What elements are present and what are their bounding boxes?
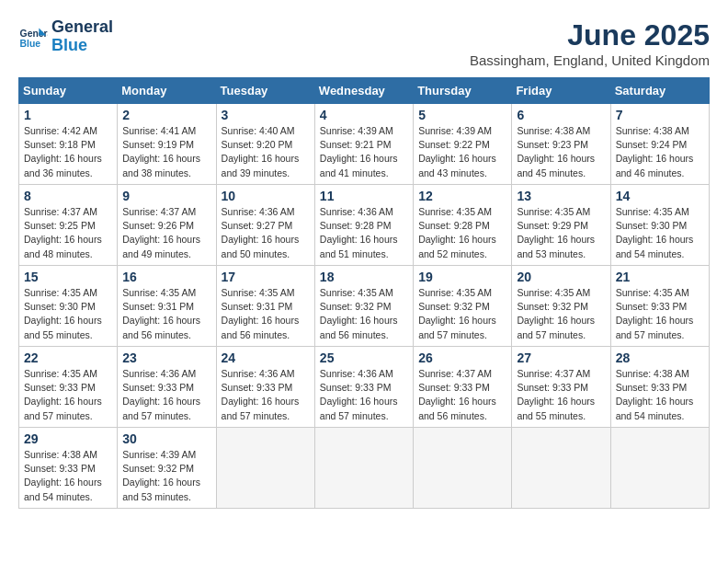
- location: Bassingham, England, United Kingdom: [470, 52, 710, 68]
- calendar-cell: 9Sunrise: 4:37 AMSunset: 9:26 PMDaylight…: [118, 185, 216, 266]
- calendar-cell: 18Sunrise: 4:35 AMSunset: 9:32 PMDayligh…: [314, 266, 413, 347]
- day-info: Sunrise: 4:40 AMSunset: 9:20 PMDaylight:…: [222, 124, 310, 180]
- calendar-cell: [414, 428, 512, 509]
- logo-icon: General Blue: [18, 22, 48, 52]
- day-info: Sunrise: 4:35 AMSunset: 9:30 PMDaylight:…: [24, 286, 112, 342]
- calendar-cell: 25Sunrise: 4:36 AMSunset: 9:33 PMDayligh…: [314, 347, 413, 428]
- day-number: 30: [122, 431, 210, 446]
- svg-text:Blue: Blue: [20, 39, 41, 49]
- week-row-2: 8Sunrise: 4:37 AMSunset: 9:25 PMDaylight…: [19, 185, 710, 266]
- calendar-cell: 22Sunrise: 4:35 AMSunset: 9:33 PMDayligh…: [19, 347, 118, 428]
- calendar-cell: 24Sunrise: 4:36 AMSunset: 9:33 PMDayligh…: [216, 347, 314, 428]
- day-number: 1: [24, 108, 112, 122]
- calendar-cell: 2Sunrise: 4:41 AMSunset: 9:19 PMDaylight…: [118, 104, 216, 185]
- day-info: Sunrise: 4:37 AMSunset: 9:33 PMDaylight:…: [517, 367, 605, 423]
- day-info: Sunrise: 4:35 AMSunset: 9:28 PMDaylight:…: [418, 205, 506, 261]
- calendar-cell: 7Sunrise: 4:38 AMSunset: 9:24 PMDaylight…: [610, 104, 709, 185]
- week-row-5: 29Sunrise: 4:38 AMSunset: 9:33 PMDayligh…: [19, 428, 710, 509]
- day-number: 17: [222, 270, 310, 284]
- day-info: Sunrise: 4:41 AMSunset: 9:19 PMDaylight:…: [122, 124, 210, 180]
- day-number: 29: [24, 431, 112, 446]
- day-info: Sunrise: 4:35 AMSunset: 9:33 PMDaylight:…: [616, 286, 704, 342]
- day-info: Sunrise: 4:39 AMSunset: 9:22 PMDaylight:…: [418, 124, 506, 180]
- calendar-cell: 16Sunrise: 4:35 AMSunset: 9:31 PMDayligh…: [118, 266, 216, 347]
- page-header: General Blue GeneralBlue June 2025 Bassi…: [18, 18, 710, 68]
- calendar-cell: 28Sunrise: 4:38 AMSunset: 9:33 PMDayligh…: [610, 347, 709, 428]
- day-info: Sunrise: 4:35 AMSunset: 9:32 PMDaylight:…: [517, 286, 605, 342]
- day-number: 2: [122, 108, 210, 122]
- calendar-table: SundayMondayTuesdayWednesdayThursdayFrid…: [18, 77, 710, 509]
- weekday-header-sunday: Sunday: [19, 78, 118, 104]
- day-number: 19: [418, 270, 506, 284]
- calendar-cell: 1Sunrise: 4:42 AMSunset: 9:18 PMDaylight…: [19, 104, 118, 185]
- month-title: June 2025: [470, 18, 710, 52]
- day-info: Sunrise: 4:37 AMSunset: 9:26 PMDaylight:…: [122, 205, 210, 261]
- day-number: 8: [24, 189, 112, 203]
- day-number: 16: [122, 270, 210, 284]
- calendar-cell: 13Sunrise: 4:35 AMSunset: 9:29 PMDayligh…: [512, 185, 610, 266]
- day-number: 21: [616, 270, 704, 284]
- day-number: 23: [122, 350, 210, 365]
- day-info: Sunrise: 4:38 AMSunset: 9:24 PMDaylight:…: [616, 124, 704, 180]
- weekday-header-friday: Friday: [512, 78, 610, 104]
- day-number: 24: [222, 350, 310, 365]
- calendar-cell: 19Sunrise: 4:35 AMSunset: 9:32 PMDayligh…: [414, 266, 512, 347]
- day-number: 14: [616, 189, 704, 203]
- week-row-4: 22Sunrise: 4:35 AMSunset: 9:33 PMDayligh…: [19, 347, 710, 428]
- calendar-cell: 3Sunrise: 4:40 AMSunset: 9:20 PMDaylight…: [216, 104, 314, 185]
- day-number: 18: [320, 270, 408, 284]
- calendar-cell: 6Sunrise: 4:38 AMSunset: 9:23 PMDaylight…: [512, 104, 610, 185]
- day-number: 9: [122, 189, 210, 203]
- weekday-header-monday: Monday: [118, 78, 216, 104]
- calendar-cell: 27Sunrise: 4:37 AMSunset: 9:33 PMDayligh…: [512, 347, 610, 428]
- day-info: Sunrise: 4:38 AMSunset: 9:33 PMDaylight:…: [616, 367, 704, 423]
- calendar-cell: 12Sunrise: 4:35 AMSunset: 9:28 PMDayligh…: [414, 185, 512, 266]
- calendar-cell: 23Sunrise: 4:36 AMSunset: 9:33 PMDayligh…: [118, 347, 216, 428]
- day-info: Sunrise: 4:38 AMSunset: 9:23 PMDaylight:…: [517, 124, 605, 180]
- calendar-cell: 14Sunrise: 4:35 AMSunset: 9:30 PMDayligh…: [610, 185, 709, 266]
- calendar-cell: [610, 428, 709, 509]
- day-number: 20: [517, 270, 605, 284]
- calendar-cell: 15Sunrise: 4:35 AMSunset: 9:30 PMDayligh…: [19, 266, 118, 347]
- calendar-cell: [512, 428, 610, 509]
- calendar-cell: 20Sunrise: 4:35 AMSunset: 9:32 PMDayligh…: [512, 266, 610, 347]
- day-number: 12: [418, 189, 506, 203]
- calendar-cell: 5Sunrise: 4:39 AMSunset: 9:22 PMDaylight…: [414, 104, 512, 185]
- day-number: 6: [517, 108, 605, 122]
- day-number: 11: [320, 189, 408, 203]
- weekday-header-row: SundayMondayTuesdayWednesdayThursdayFrid…: [19, 78, 710, 104]
- day-info: Sunrise: 4:36 AMSunset: 9:33 PMDaylight:…: [222, 367, 310, 423]
- calendar-cell: 26Sunrise: 4:37 AMSunset: 9:33 PMDayligh…: [414, 347, 512, 428]
- calendar-cell: [314, 428, 413, 509]
- day-info: Sunrise: 4:37 AMSunset: 9:25 PMDaylight:…: [24, 205, 112, 261]
- calendar-cell: 8Sunrise: 4:37 AMSunset: 9:25 PMDaylight…: [19, 185, 118, 266]
- calendar-cell: 21Sunrise: 4:35 AMSunset: 9:33 PMDayligh…: [610, 266, 709, 347]
- day-number: 22: [24, 350, 112, 365]
- calendar-cell: 10Sunrise: 4:36 AMSunset: 9:27 PMDayligh…: [216, 185, 314, 266]
- calendar-cell: 29Sunrise: 4:38 AMSunset: 9:33 PMDayligh…: [19, 428, 118, 509]
- week-row-1: 1Sunrise: 4:42 AMSunset: 9:18 PMDaylight…: [19, 104, 710, 185]
- day-info: Sunrise: 4:35 AMSunset: 9:29 PMDaylight:…: [517, 205, 605, 261]
- day-info: Sunrise: 4:35 AMSunset: 9:33 PMDaylight:…: [24, 367, 112, 423]
- calendar-cell: [216, 428, 314, 509]
- logo: General Blue GeneralBlue: [18, 18, 113, 55]
- calendar-cell: 30Sunrise: 4:39 AMSunset: 9:32 PMDayligh…: [118, 428, 216, 509]
- day-info: Sunrise: 4:36 AMSunset: 9:33 PMDaylight:…: [122, 367, 210, 423]
- day-info: Sunrise: 4:38 AMSunset: 9:33 PMDaylight:…: [24, 448, 112, 504]
- day-number: 3: [222, 108, 310, 122]
- day-info: Sunrise: 4:35 AMSunset: 9:31 PMDaylight:…: [122, 286, 210, 342]
- weekday-header-thursday: Thursday: [414, 78, 512, 104]
- title-block: June 2025 Bassingham, England, United Ki…: [470, 18, 710, 68]
- calendar-cell: 4Sunrise: 4:39 AMSunset: 9:21 PMDaylight…: [314, 104, 413, 185]
- day-info: Sunrise: 4:35 AMSunset: 9:32 PMDaylight:…: [320, 286, 408, 342]
- day-info: Sunrise: 4:37 AMSunset: 9:33 PMDaylight:…: [418, 367, 506, 423]
- weekday-header-tuesday: Tuesday: [216, 78, 314, 104]
- day-number: 25: [320, 350, 408, 365]
- day-info: Sunrise: 4:35 AMSunset: 9:30 PMDaylight:…: [616, 205, 704, 261]
- calendar-cell: 17Sunrise: 4:35 AMSunset: 9:31 PMDayligh…: [216, 266, 314, 347]
- day-info: Sunrise: 4:42 AMSunset: 9:18 PMDaylight:…: [24, 124, 112, 180]
- weekday-header-saturday: Saturday: [610, 78, 709, 104]
- day-info: Sunrise: 4:36 AMSunset: 9:27 PMDaylight:…: [222, 205, 310, 261]
- day-info: Sunrise: 4:36 AMSunset: 9:28 PMDaylight:…: [320, 205, 408, 261]
- day-number: 15: [24, 270, 112, 284]
